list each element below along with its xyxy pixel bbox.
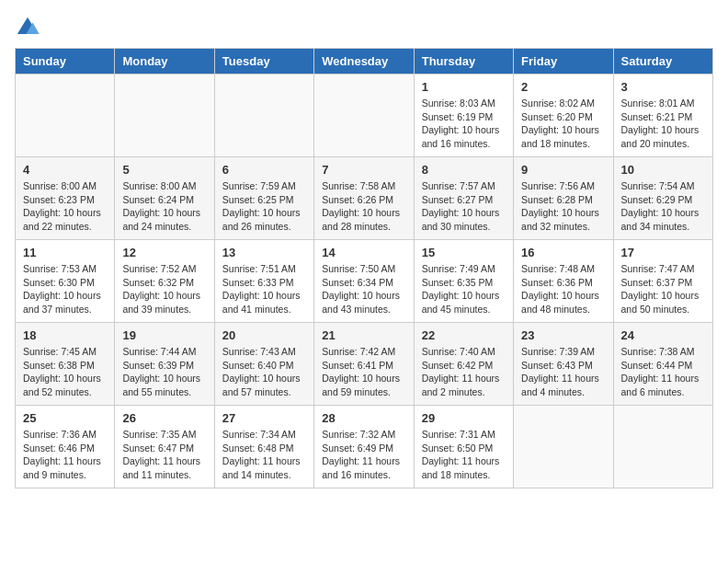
- day-cell: 29Sunrise: 7:31 AMSunset: 6:50 PMDayligh…: [414, 406, 513, 488]
- day-number: 26: [122, 411, 206, 425]
- day-detail: Sunrise: 7:45 AMSunset: 6:38 PMDaylight:…: [23, 345, 107, 399]
- day-detail: Sunrise: 7:36 AMSunset: 6:46 PMDaylight:…: [23, 428, 107, 482]
- header-row: SundayMondayTuesdayWednesdayThursdayFrid…: [16, 49, 713, 75]
- logo-icon: [15, 15, 40, 40]
- day-cell: 20Sunrise: 7:43 AMSunset: 6:40 PMDayligh…: [214, 323, 313, 406]
- day-detail: Sunrise: 7:43 AMSunset: 6:40 PMDaylight:…: [222, 345, 306, 399]
- header-cell-friday: Friday: [514, 49, 613, 75]
- day-detail: Sunrise: 7:31 AMSunset: 6:50 PMDaylight:…: [422, 428, 506, 482]
- day-cell: 16Sunrise: 7:48 AMSunset: 6:36 PMDayligh…: [514, 240, 613, 323]
- day-number: 22: [422, 328, 506, 342]
- header-cell-wednesday: Wednesday: [314, 49, 414, 75]
- week-row-1: 1Sunrise: 8:03 AMSunset: 6:19 PMDaylight…: [16, 75, 713, 157]
- day-number: 13: [222, 246, 306, 259]
- day-detail: Sunrise: 8:03 AMSunset: 6:19 PMDaylight:…: [422, 97, 506, 151]
- day-number: 10: [621, 163, 705, 177]
- day-number: 23: [521, 328, 605, 342]
- day-detail: Sunrise: 7:38 AMSunset: 6:44 PMDaylight:…: [621, 345, 705, 399]
- day-detail: Sunrise: 8:01 AMSunset: 6:21 PMDaylight:…: [621, 97, 705, 151]
- day-cell: 15Sunrise: 7:49 AMSunset: 6:35 PMDayligh…: [414, 240, 513, 323]
- day-cell: 3Sunrise: 8:01 AMSunset: 6:21 PMDaylight…: [613, 75, 712, 157]
- day-number: 4: [23, 163, 107, 177]
- day-cell: 28Sunrise: 7:32 AMSunset: 6:49 PMDayligh…: [314, 406, 414, 488]
- day-cell: 23Sunrise: 7:39 AMSunset: 6:43 PMDayligh…: [514, 323, 613, 406]
- day-detail: Sunrise: 7:34 AMSunset: 6:48 PMDaylight:…: [222, 428, 306, 482]
- header-cell-thursday: Thursday: [414, 49, 513, 75]
- day-detail: Sunrise: 7:56 AMSunset: 6:28 PMDaylight:…: [521, 179, 605, 234]
- day-number: 16: [521, 246, 605, 259]
- day-number: 24: [621, 328, 705, 342]
- week-row-3: 11Sunrise: 7:53 AMSunset: 6:30 PMDayligh…: [16, 240, 713, 323]
- day-cell: 19Sunrise: 7:44 AMSunset: 6:39 PMDayligh…: [115, 323, 214, 406]
- day-number: 27: [222, 411, 306, 425]
- day-number: 28: [322, 411, 405, 425]
- day-number: 18: [23, 328, 107, 342]
- page-header: [15, 15, 713, 40]
- header-cell-tuesday: Tuesday: [214, 49, 313, 75]
- day-detail: Sunrise: 7:42 AMSunset: 6:41 PMDaylight:…: [322, 345, 405, 399]
- day-number: 25: [23, 411, 107, 425]
- day-number: 15: [422, 246, 506, 259]
- day-detail: Sunrise: 7:40 AMSunset: 6:42 PMDaylight:…: [422, 345, 506, 399]
- day-detail: Sunrise: 7:44 AMSunset: 6:39 PMDaylight:…: [122, 345, 206, 399]
- day-cell: 7Sunrise: 7:58 AMSunset: 6:26 PMDaylight…: [314, 157, 414, 240]
- day-cell: 5Sunrise: 8:00 AMSunset: 6:24 PMDaylight…: [115, 157, 214, 240]
- day-detail: Sunrise: 7:49 AMSunset: 6:35 PMDaylight:…: [422, 262, 506, 316]
- day-cell: 1Sunrise: 8:03 AMSunset: 6:19 PMDaylight…: [414, 75, 513, 157]
- day-detail: Sunrise: 8:02 AMSunset: 6:20 PMDaylight:…: [521, 97, 605, 151]
- day-cell: 26Sunrise: 7:35 AMSunset: 6:47 PMDayligh…: [115, 406, 214, 488]
- day-cell: 13Sunrise: 7:51 AMSunset: 6:33 PMDayligh…: [214, 240, 313, 323]
- day-detail: Sunrise: 7:53 AMSunset: 6:30 PMDaylight:…: [23, 262, 107, 316]
- day-cell: 11Sunrise: 7:53 AMSunset: 6:30 PMDayligh…: [16, 240, 115, 323]
- day-cell: 9Sunrise: 7:56 AMSunset: 6:28 PMDaylight…: [514, 157, 613, 240]
- day-cell: 6Sunrise: 7:59 AMSunset: 6:25 PMDaylight…: [214, 157, 313, 240]
- day-detail: Sunrise: 7:47 AMSunset: 6:37 PMDaylight:…: [621, 262, 705, 316]
- day-cell: 8Sunrise: 7:57 AMSunset: 6:27 PMDaylight…: [414, 157, 513, 240]
- week-row-5: 25Sunrise: 7:36 AMSunset: 6:46 PMDayligh…: [16, 406, 713, 488]
- day-number: 20: [222, 328, 306, 342]
- day-cell: 22Sunrise: 7:40 AMSunset: 6:42 PMDayligh…: [414, 323, 513, 406]
- day-number: 19: [122, 328, 206, 342]
- day-number: 8: [422, 163, 506, 177]
- header-cell-sunday: Sunday: [16, 49, 115, 75]
- header-cell-saturday: Saturday: [613, 49, 712, 75]
- day-cell: 4Sunrise: 8:00 AMSunset: 6:23 PMDaylight…: [16, 157, 115, 240]
- day-number: 11: [23, 246, 107, 259]
- day-cell: 10Sunrise: 7:54 AMSunset: 6:29 PMDayligh…: [613, 157, 712, 240]
- week-row-2: 4Sunrise: 8:00 AMSunset: 6:23 PMDaylight…: [16, 157, 713, 240]
- week-row-4: 18Sunrise: 7:45 AMSunset: 6:38 PMDayligh…: [16, 323, 713, 406]
- day-cell: 27Sunrise: 7:34 AMSunset: 6:48 PMDayligh…: [214, 406, 313, 488]
- day-cell: 25Sunrise: 7:36 AMSunset: 6:46 PMDayligh…: [16, 406, 115, 488]
- day-number: 29: [422, 411, 506, 425]
- day-cell: [314, 75, 414, 157]
- day-cell: [514, 406, 613, 488]
- day-number: 12: [122, 246, 206, 259]
- day-cell: [613, 406, 712, 488]
- day-cell: 24Sunrise: 7:38 AMSunset: 6:44 PMDayligh…: [613, 323, 712, 406]
- day-detail: Sunrise: 8:00 AMSunset: 6:24 PMDaylight:…: [122, 179, 206, 234]
- day-detail: Sunrise: 7:52 AMSunset: 6:32 PMDaylight:…: [122, 262, 206, 316]
- header-cell-monday: Monday: [115, 49, 214, 75]
- day-detail: Sunrise: 7:48 AMSunset: 6:36 PMDaylight:…: [521, 262, 605, 316]
- day-cell: 18Sunrise: 7:45 AMSunset: 6:38 PMDayligh…: [16, 323, 115, 406]
- day-detail: Sunrise: 7:54 AMSunset: 6:29 PMDaylight:…: [621, 179, 705, 234]
- calendar-table: SundayMondayTuesdayWednesdayThursdayFrid…: [15, 48, 713, 488]
- day-cell: [115, 75, 214, 157]
- day-cell: 2Sunrise: 8:02 AMSunset: 6:20 PMDaylight…: [514, 75, 613, 157]
- day-detail: Sunrise: 7:58 AMSunset: 6:26 PMDaylight:…: [322, 179, 405, 234]
- day-cell: [16, 75, 115, 157]
- day-detail: Sunrise: 7:35 AMSunset: 6:47 PMDaylight:…: [122, 428, 206, 482]
- day-number: 21: [322, 328, 405, 342]
- day-cell: [214, 75, 313, 157]
- day-detail: Sunrise: 7:57 AMSunset: 6:27 PMDaylight:…: [422, 179, 506, 234]
- day-number: 2: [521, 80, 605, 94]
- day-number: 7: [322, 163, 405, 177]
- day-detail: Sunrise: 8:00 AMSunset: 6:23 PMDaylight:…: [23, 179, 107, 234]
- day-detail: Sunrise: 7:50 AMSunset: 6:34 PMDaylight:…: [322, 262, 405, 316]
- day-number: 3: [621, 80, 705, 94]
- day-number: 6: [222, 163, 306, 177]
- day-number: 9: [521, 163, 605, 177]
- day-detail: Sunrise: 7:59 AMSunset: 6:25 PMDaylight:…: [222, 179, 306, 234]
- day-number: 17: [621, 246, 705, 259]
- day-number: 5: [122, 163, 206, 177]
